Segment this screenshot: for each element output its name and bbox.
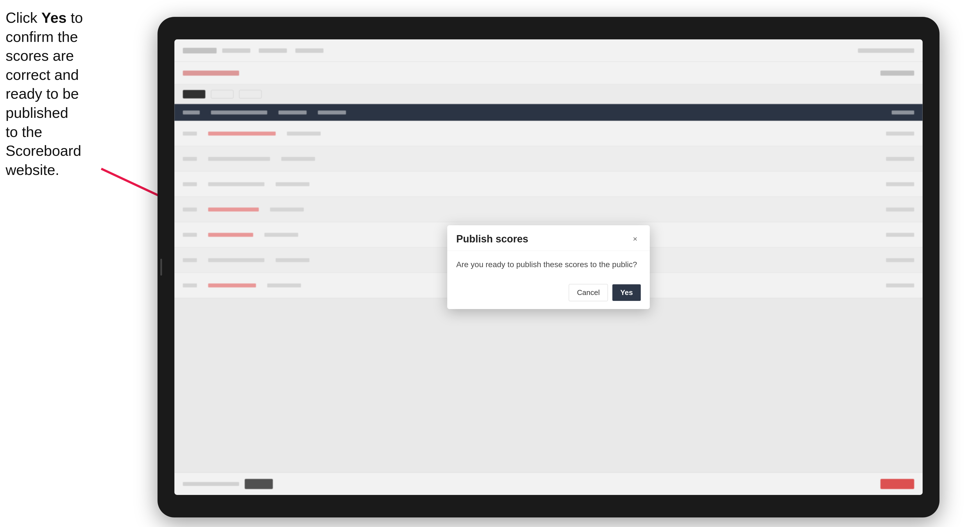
cancel-button[interactable]: Cancel [569,284,608,301]
dialog-close-button[interactable]: × [630,233,641,244]
annotation-text-prefix: Click [6,10,41,26]
tablet-side-button [160,259,162,276]
dialog-header: Publish scores × [447,225,650,251]
annotation-text: Click Yes to confirm the scores are corr… [6,8,84,179]
dialog-footer: Cancel Yes [447,278,650,309]
tablet-screen: Publish scores × Are you ready to publis… [174,40,923,495]
dialog-body: Are you ready to publish these scores to… [447,251,650,278]
tablet-device: Publish scores × Are you ready to publis… [158,17,940,517]
dialog-message: Are you ready to publish these scores to… [456,259,641,270]
annotation-text-suffix: to confirm the scores are correct and re… [6,10,83,178]
publish-scores-dialog: Publish scores × Are you ready to publis… [447,225,650,309]
dialog-title: Publish scores [456,233,528,245]
modal-overlay: Publish scores × Are you ready to publis… [174,40,923,495]
yes-button[interactable]: Yes [612,284,641,301]
annotation-bold: Yes [41,10,67,26]
